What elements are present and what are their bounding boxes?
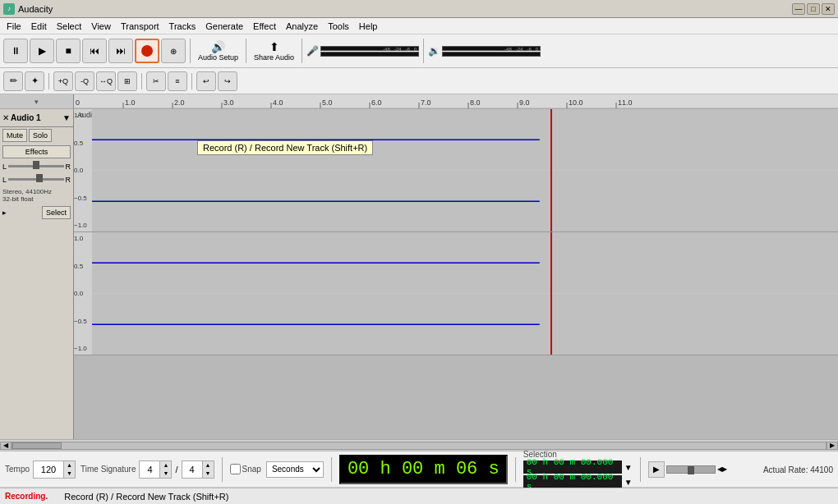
zoom-out-tool[interactable]: -Q	[75, 71, 94, 91]
waveform-track-2[interactable]: 1.0 0.5 0.0 −0.5 −1.0	[74, 232, 838, 355]
track-close-button[interactable]: ✕	[2, 113, 9, 122]
selection-end-arrow[interactable]: ▼	[624, 478, 633, 487]
skip-end-button[interactable]: ⏭	[108, 39, 133, 63]
tempo-input[interactable]	[34, 461, 63, 478]
time-sig-num-up[interactable]: ▲	[159, 461, 171, 470]
playback-mini-row: ▶ ◀▶	[648, 461, 727, 478]
mute-button[interactable]: Mute	[2, 129, 27, 142]
select-button[interactable]: Select	[42, 206, 71, 219]
track-info: Stereo, 44100Hz 32-bit float	[2, 188, 71, 203]
share-audio-label: Share Audio	[254, 53, 294, 62]
time-display: 00 h 00 m 06 s	[339, 455, 508, 484]
waveform-track-1[interactable]: Audio 1 #1 1.0 0.5 0.0 −0.5 −1.0	[74, 109, 838, 232]
y-0.0: 0.0	[74, 167, 90, 174]
time-sig-den-down[interactable]: ▼	[202, 470, 214, 478]
menu-bar: File Edit Select View Transport Tracks G…	[0, 18, 838, 34]
audio-setup-btn[interactable]: 🔊 Audio Setup	[198, 40, 238, 62]
time-sig-num-input[interactable]	[140, 461, 159, 478]
svg-text:4.0: 4.0	[273, 99, 283, 107]
share-audio-block[interactable]: ⬆ Share Audio	[251, 40, 297, 62]
menu-effect[interactable]: Effect	[248, 21, 281, 32]
skip-start-button[interactable]: ⏮	[82, 39, 107, 63]
playback-speed-label: ◀▶	[717, 465, 727, 473]
solo-button[interactable]: Solo	[29, 129, 52, 142]
selection-group: Selection 00 h 00 m 00.000 s ▼ 00 h 00 m…	[523, 450, 633, 488]
snap-checkbox[interactable]	[230, 464, 241, 474]
bottom-transport: Tempo ▲ ▼ Time Signature ▲ ▼	[0, 451, 838, 488]
input-level-bar-1: -48-24-60	[320, 46, 419, 51]
play-button[interactable]: ▶	[30, 39, 54, 63]
smooth-tool[interactable]: ✦	[25, 71, 44, 91]
pause-button[interactable]: ⏸	[3, 39, 28, 63]
track-row-wrapper: ✕ Audio 1 ▼ Mute Solo Effects L	[0, 109, 838, 439]
time-sig-num-down[interactable]: ▼	[159, 470, 171, 478]
scroll-thumb[interactable]	[12, 442, 62, 449]
output-level-bar-1: -48-24-60	[442, 46, 541, 51]
record-alt-button[interactable]: ⊕	[161, 39, 186, 63]
pan-slider[interactable]	[8, 174, 63, 185]
tempo-up-button[interactable]: ▲	[63, 461, 75, 470]
sep-bottom-1	[222, 457, 223, 482]
menu-generate[interactable]: Generate	[200, 21, 248, 32]
time-sig-den-spinner[interactable]: ▲ ▼	[182, 460, 214, 479]
menu-analyze[interactable]: Analyze	[281, 21, 323, 32]
r-label: R	[66, 163, 71, 171]
scroll-right-button[interactable]: ▶	[826, 442, 838, 450]
menu-edit[interactable]: Edit	[26, 21, 52, 32]
slider-thumb[interactable]	[33, 161, 39, 169]
menu-help[interactable]: Help	[354, 21, 383, 32]
undo-zoom-tool[interactable]: ↩	[196, 71, 216, 91]
input-meter[interactable]: 🎤 -48-24-60	[306, 45, 419, 57]
sep-t1	[48, 73, 49, 89]
track-controls: Mute Solo Effects L R	[0, 127, 73, 221]
redo-zoom-tool[interactable]: ↪	[218, 71, 237, 91]
menu-tracks[interactable]: Tracks	[164, 21, 201, 32]
scroll-track[interactable]	[12, 442, 826, 450]
maximize-button[interactable]: □	[807, 3, 820, 15]
horizontal-scrollbar[interactable]: ◀ ▶	[0, 439, 838, 451]
time-sig-den-input[interactable]	[182, 461, 202, 478]
record-button[interactable]	[135, 39, 159, 63]
tempo-down-button[interactable]: ▼	[63, 470, 75, 478]
audio-setup-block[interactable]: 🔊 Audio Setup	[195, 36, 242, 66]
menu-select[interactable]: Select	[52, 21, 87, 32]
minimize-button[interactable]: —	[792, 3, 805, 15]
menu-view[interactable]: View	[86, 21, 116, 32]
tempo-spinner[interactable]: ▲ ▼	[33, 460, 76, 479]
svg-text:1.0: 1.0	[125, 99, 136, 107]
track-dropdown-button[interactable]: ▼	[62, 113, 71, 122]
playback-slider-thumb[interactable]	[688, 466, 694, 474]
scroll-left-button[interactable]: ◀	[0, 442, 12, 450]
time-sig-num-spinner[interactable]: ▲ ▼	[139, 460, 172, 479]
zoom-in-tool[interactable]: +Q	[53, 71, 73, 91]
time-sig-den-up[interactable]: ▲	[202, 461, 214, 470]
sep-bottom-3	[515, 457, 516, 482]
zoom-toggle-tool[interactable]: ⊞	[117, 71, 137, 91]
fit-tracks-tool[interactable]: ↔Q	[96, 71, 116, 91]
stop-button[interactable]: ■	[56, 39, 81, 63]
menu-transport[interactable]: Transport	[116, 21, 164, 32]
pan-slider-thumb[interactable]	[36, 174, 43, 182]
track-header: ✕ Audio 1 ▼	[0, 109, 73, 127]
l-label: L	[2, 163, 7, 171]
channel-3-svg	[92, 232, 838, 294]
menu-file[interactable]: File	[2, 21, 26, 32]
tools-toolbar: ✏ ✦ +Q -Q ↔Q ⊞ ✂ ≡ ↩ ↪ Record (R) / Reco…	[0, 68, 838, 94]
time-value: 00 h 00 m 06 s	[348, 459, 500, 479]
volume-slider[interactable]	[8, 161, 63, 172]
input-levels: -48-24-60	[320, 46, 419, 57]
output-meter[interactable]: 🔉 -48-24-60	[428, 45, 541, 57]
y2-0.5: 0.5	[74, 263, 90, 270]
menu-tools[interactable]: Tools	[323, 21, 354, 32]
mute-solo-row: Mute Solo	[2, 129, 71, 142]
mini-play-button[interactable]: ▶	[648, 461, 665, 478]
playback-slider[interactable]	[666, 465, 716, 474]
silence-tool[interactable]: ≡	[168, 71, 187, 91]
selection-start-arrow[interactable]: ▼	[624, 463, 633, 472]
snap-type-select[interactable]: Seconds Bars Beats	[266, 461, 324, 478]
status-bar: Recording. Record (R) / Record New Track…	[0, 488, 838, 504]
trim-tool[interactable]: ✂	[146, 71, 166, 91]
effects-button[interactable]: Effects	[2, 145, 71, 158]
close-button[interactable]: ✕	[822, 3, 835, 15]
draw-tool[interactable]: ✏	[3, 71, 23, 91]
